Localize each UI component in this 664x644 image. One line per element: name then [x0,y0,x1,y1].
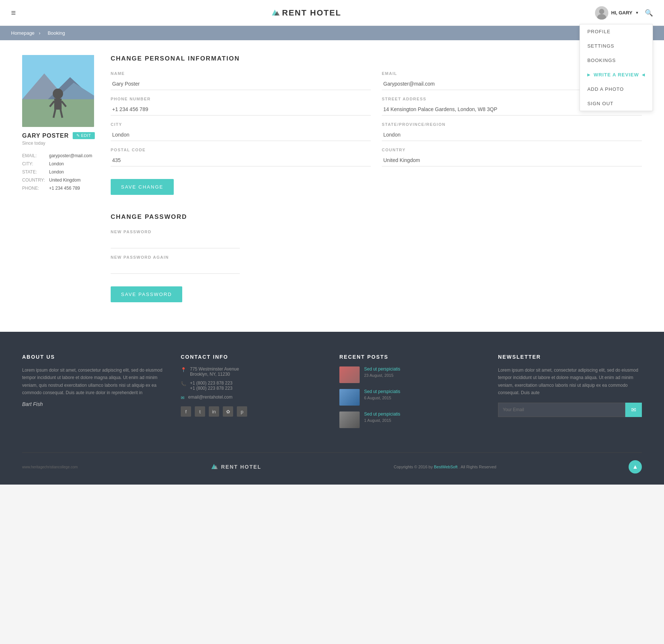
post-1: Sed ut perspiciatis 23 August, 2015 [339,366,483,383]
contact-address: 📍 775 Westminster AvenueBrooklyn, NY, 11… [181,366,325,377]
info-row-email: EMAIL: garyposter@mail.com [22,153,96,158]
facebook-icon[interactable]: f [181,406,191,417]
new-password-again-label: NEW PASSWORD AGAIN [111,255,240,259]
user-name: HI, GARY [611,10,632,16]
postal-input[interactable] [111,154,371,166]
info-label-state: STATE: [22,169,46,175]
info-row-city: CITY: London [22,161,96,166]
newsletter-submit-button[interactable]: ✉ [625,403,642,417]
email-icon: ✉ [181,395,184,400]
newsletter-title: NEWSLETTER [498,354,642,360]
info-value-state: London [49,169,64,175]
country-group: COUNTRY [382,148,642,166]
name-group: NAME [111,71,371,90]
post-1-info: Sed ut perspiciatis 23 August, 2015 [364,366,400,378]
footer-contact: CONTACT INFO 📍 775 Westminster AvenueBro… [181,354,325,434]
postal-label: POSTAL CODE [111,148,371,152]
name-input[interactable] [111,78,371,90]
phone-group: PHONE NUMBER [111,97,371,116]
search-icon[interactable]: 🔍 [645,9,653,17]
pinterest-icon[interactable]: p [237,406,247,417]
post-1-title[interactable]: Sed ut perspiciatis [364,366,400,372]
password-section: CHANGE PASSWORD NEW PASSWORD NEW PASSWOR… [111,213,642,317]
post-2-info: Sed ut perspiciatis 6 August, 2015 [364,389,400,400]
info-row-state: STATE: London [22,169,96,175]
postal-group: POSTAL CODE [111,148,371,166]
user-menu[interactable]: HI, GARY ▼ [595,6,639,20]
dropdown-menu: PROFILE SETTINGS BOOKINGS WRITE A REVIEW… [580,24,653,111]
info-value-phone: +1 234 456 789 [49,186,80,191]
country-label: COUNTRY [382,148,642,152]
footer-brand-link[interactable]: BestWebSoft [434,465,457,469]
edit-profile-button[interactable]: ✎ EDIT [73,132,95,139]
profile-info: EMAIL: garyposter@mail.com CITY: London … [22,153,96,191]
social-icons: f t in ✿ p [181,406,325,417]
footer-logo-bottom: RENT HOTEL [210,464,261,470]
instagram-icon[interactable]: ✿ [223,406,233,417]
menu-item-bookings[interactable]: BOOKINGS [580,53,653,68]
newsletter-email-input[interactable] [498,403,625,417]
linkedin-icon[interactable]: in [209,406,219,417]
post-2: Sed ut perspiciatis 6 August, 2015 [339,389,483,406]
logo[interactable]: RENT HOTEL [270,8,342,18]
info-label-city: CITY: [22,161,46,166]
location-icon: 📍 [181,367,186,372]
new-password-group: NEW PASSWORD [111,230,240,248]
phone-text: +1 (800) 223 878 223+1 (800) 223 878 223 [190,380,232,391]
profile-name-row: GARY POSTER ✎ EDIT [22,132,96,139]
header-right: HI, GARY ▼ 🔍 [595,6,653,20]
post-2-date: 6 August, 2015 [364,396,400,400]
new-password-again-input[interactable] [111,262,240,274]
scroll-to-top-button[interactable]: ▲ [629,460,642,473]
info-label-phone: PHONE: [22,186,46,191]
menu-item-add-photo[interactable]: ADD A PHOTO [580,82,653,96]
footer-website: www.heritagechristiancollege.com [22,465,78,469]
breadcrumb-home[interactable]: Homepage [11,30,35,36]
post-2-title[interactable]: Sed ut perspiciatis [364,389,400,394]
save-change-button[interactable]: SAVE CHANGE [111,179,174,195]
profile-name: GARY POSTER [22,132,69,139]
footer-logo-text: RENT HOTEL [221,464,261,470]
state-group: STATE/PROVINCE/REGION [382,122,642,141]
new-password-input[interactable] [111,236,240,248]
since-text: Since today [22,141,96,146]
address-text: 775 Westminster AvenueBrooklyn, NY, 1123… [190,366,239,377]
name-label: NAME [111,71,371,76]
footer-copyright: Copyrights © 2016 by BestWebSoft . All R… [394,465,496,469]
hamburger-menu[interactable]: ≡ [11,8,16,18]
contact-email: ✉ email@rentahotel.com [181,395,325,400]
breadcrumb: Homepage › Booking [0,26,664,40]
city-input[interactable] [111,129,371,141]
twitter-icon[interactable]: t [195,406,205,417]
contact-phone: 📞 +1 (800) 223 878 223+1 (800) 223 878 2… [181,380,325,391]
info-row-phone: PHONE: +1 234 456 789 [22,186,96,191]
footer-email-text: email@rentahotel.com [188,395,232,400]
newsletter-row: ✉ [498,403,642,417]
signature: Bart Fish [22,401,166,407]
profile-photo [22,55,94,127]
save-password-button[interactable]: SAVE PASSWORD [111,286,182,302]
info-value-country: United Kingdom [49,178,80,183]
profile-sidebar: GARY POSTER ✎ EDIT Since today EMAIL: ga… [22,55,96,317]
info-label-country: COUNTRY: [22,178,46,183]
menu-item-profile[interactable]: PROFILE [580,24,653,39]
phone-input[interactable] [111,103,371,116]
footer-bottom-left: www.heritagechristiancollege.com [22,465,78,469]
menu-item-settings[interactable]: SETTINGS [580,39,653,53]
country-input[interactable] [382,154,642,166]
footer-grid: ABOUT US Lorem ipsum dolor sit amet, con… [22,354,642,434]
menu-item-write-review[interactable]: WRITE A REVIEW [580,68,653,82]
svg-point-10 [53,89,63,99]
menu-item-sign-out[interactable]: SIGN OUT [580,96,653,111]
post-1-date: 23 August, 2015 [364,373,400,378]
state-label: STATE/PROVINCE/REGION [382,122,642,127]
post-thumb-1 [339,366,360,383]
state-input[interactable] [382,129,642,141]
form-area: CHANGE PERSONAL INFORMATION NAME EMAIL P… [111,55,642,317]
new-password-label: NEW PASSWORD [111,230,240,234]
city-group: CITY [111,122,371,141]
new-password-again-group: NEW PASSWORD AGAIN [111,255,240,274]
password-title: CHANGE PASSWORD [111,213,642,221]
post-3-title[interactable]: Sed ut perspiciatis [364,411,400,417]
phone-label: PHONE NUMBER [111,97,371,101]
